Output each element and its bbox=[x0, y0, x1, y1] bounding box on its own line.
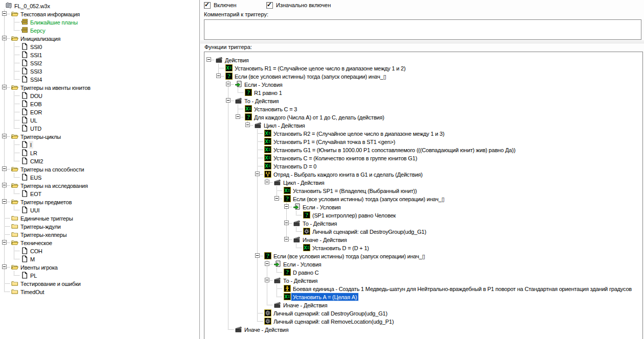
initially-on-checkbox[interactable]: ✓ bbox=[266, 2, 273, 9]
collapse-expander[interactable] bbox=[2, 240, 7, 245]
tree-branch-row[interactable]: Инициализация bbox=[0, 34, 199, 42]
enabled-checkbox-group[interactable]: ✓ Включен bbox=[204, 2, 237, 9]
collapse-expander[interactable] bbox=[2, 264, 7, 269]
tree-leaf-row[interactable]: EOT bbox=[0, 189, 199, 198]
tree-leaf-row[interactable]: CMI2 bbox=[0, 157, 199, 165]
tree-leaf-row[interactable]: I bbox=[0, 140, 199, 149]
tree-leaf-row[interactable]: Единичные триггеры bbox=[0, 214, 199, 222]
tree-leaf-row[interactable]: Личный сценарий: call RemoveLocation(udg… bbox=[204, 317, 642, 325]
tree-branch-row[interactable]: Действия bbox=[204, 56, 642, 64]
tree-branch-row[interactable]: Триггеры предметов bbox=[0, 198, 199, 206]
tree-leaf-row[interactable]: Установить A = (Целая A) bbox=[204, 293, 642, 301]
tree-leaf-row[interactable]: UUI bbox=[0, 206, 199, 214]
tree-branch-row[interactable]: ?Если (все условия истинны) тогда (запус… bbox=[204, 195, 642, 203]
tree-leaf-row[interactable]: Ближайшие планы bbox=[0, 18, 199, 26]
tree-branch-row[interactable]: Триггеры-циклы bbox=[0, 132, 199, 140]
tree-leaf-row[interactable]: PL bbox=[0, 271, 199, 279]
tree-leaf-row[interactable]: Установить SP1 = (Владелец (Выбранный юн… bbox=[204, 186, 642, 195]
collapse-expander[interactable] bbox=[284, 237, 289, 241]
tree-leaf-row[interactable]: Берсу bbox=[0, 26, 199, 34]
collapse-expander[interactable] bbox=[2, 199, 7, 204]
tree-branch-row[interactable]: Цикл - Действия bbox=[204, 121, 642, 129]
enabled-checkbox[interactable]: ✓ bbox=[204, 2, 211, 9]
collapse-expander[interactable] bbox=[284, 221, 289, 225]
panel-splitter[interactable] bbox=[200, 40, 644, 43]
tree-branch-row[interactable]: Если - Условия bbox=[204, 260, 642, 268]
tree-leaf-row[interactable]: ?R1 равно 1 bbox=[204, 88, 642, 96]
collapse-expander[interactable] bbox=[2, 166, 7, 171]
collapse-expander[interactable] bbox=[255, 253, 260, 258]
tree-branch-row[interactable]: Триггеры на исследования bbox=[0, 181, 199, 189]
tree-branch-row[interactable]: Триггеры на способности bbox=[0, 165, 199, 173]
tree-leaf-row[interactable]: Личный сценарий: call DestroyGroup(udg_G… bbox=[204, 227, 642, 235]
collapse-expander[interactable] bbox=[274, 196, 279, 201]
collapse-expander[interactable] bbox=[216, 74, 221, 78]
tree-leaf-row[interactable]: Боевая единица - Создать 1 Медведь-шатун… bbox=[204, 284, 642, 293]
collapse-expander[interactable] bbox=[2, 183, 7, 187]
tree-branch-row[interactable]: Отряд - Выбрать каждого юнита в G1 и сде… bbox=[204, 170, 642, 178]
collapse-expander[interactable] bbox=[265, 261, 269, 266]
collapse-expander[interactable] bbox=[206, 57, 211, 62]
collapse-expander[interactable] bbox=[255, 172, 260, 176]
tree-leaf-row[interactable]: UL bbox=[0, 116, 199, 124]
tree-branch-row[interactable]: Триггеры на ивенты юнитов bbox=[0, 83, 199, 91]
tree-branch-row[interactable]: Иначе - Действия bbox=[204, 235, 642, 244]
tree-leaf-row[interactable]: Установить R1 = (Случайное целое число в… bbox=[204, 64, 642, 72]
tree-leaf-row[interactable]: EOB bbox=[0, 100, 199, 108]
collapse-expander[interactable] bbox=[284, 204, 289, 209]
tree-branch-row[interactable]: То - Действия bbox=[204, 219, 642, 227]
tree-branch-row[interactable]: FL_0_052.w3x bbox=[0, 2, 199, 10]
tree-leaf-row[interactable]: DOU bbox=[0, 91, 199, 100]
collapse-expander[interactable] bbox=[245, 123, 250, 127]
tree-leaf-row[interactable]: Триггеры-хелперы bbox=[0, 230, 199, 238]
collapse-expander[interactable] bbox=[236, 114, 240, 119]
tree-leaf-row[interactable]: SSI1 bbox=[0, 51, 199, 59]
tree-leaf-row[interactable]: LR bbox=[0, 149, 199, 157]
tree-branch-row[interactable]: Если - Условия bbox=[204, 80, 642, 88]
tree-leaf-row[interactable]: ?D равно C bbox=[204, 268, 642, 276]
tree-leaf-row[interactable]: Тестирование и ошибки bbox=[0, 279, 199, 287]
collapse-expander[interactable] bbox=[226, 98, 231, 103]
tree-leaf-row[interactable]: Триггеры-ждули bbox=[0, 222, 199, 230]
tree-leaf-row[interactable]: M bbox=[0, 255, 199, 263]
collapse-expander[interactable] bbox=[2, 11, 7, 16]
collapse-expander[interactable] bbox=[2, 134, 7, 138]
tree-branch-row[interactable]: Техническое bbox=[0, 238, 199, 247]
collapse-expander[interactable] bbox=[2, 36, 7, 40]
collapse-expander[interactable] bbox=[265, 180, 269, 184]
tree-branch-row[interactable]: Текстовая информация bbox=[0, 10, 199, 18]
collapse-expander[interactable] bbox=[2, 85, 7, 89]
tree-branch-row[interactable]: ?Если (все условия истинны) тогда (запус… bbox=[204, 72, 642, 80]
tree-leaf-row[interactable]: COH bbox=[0, 247, 199, 255]
tree-leaf-row[interactable]: Установить R2 = (Случайное целое число в… bbox=[204, 129, 642, 137]
tree-leaf-row[interactable]: Иначе - Действия bbox=[204, 325, 642, 333]
tree-leaf-row[interactable]: UTD bbox=[0, 124, 199, 132]
initially-on-checkbox-group[interactable]: ✓ Изначально включен bbox=[266, 2, 331, 9]
tree-branch-row[interactable]: Ивенты игрока bbox=[0, 263, 199, 271]
trigger-comment-input[interactable] bbox=[204, 19, 641, 40]
tree-leaf-row[interactable]: SSI3 bbox=[0, 67, 199, 75]
tree-leaf-row[interactable]: Установить D = (D + 1) bbox=[204, 244, 642, 252]
collapse-expander[interactable] bbox=[265, 278, 269, 282]
tree-leaf-row[interactable]: EOR bbox=[0, 108, 199, 116]
tree-leaf-row[interactable]: Иначе - Действия bbox=[204, 301, 642, 309]
tree-leaf-row[interactable]: Установить C = 3 bbox=[204, 105, 642, 113]
tree-leaf-row[interactable]: SSI4 bbox=[0, 75, 199, 83]
tree-leaf-row[interactable]: SSI0 bbox=[0, 42, 199, 51]
tree-leaf-row[interactable]: Личный сценарий: call DestroyGroup(udg_G… bbox=[204, 309, 642, 317]
tree-leaf-row[interactable]: SSI2 bbox=[0, 59, 199, 67]
tree-leaf-row[interactable]: ?(SP1 контроллер) равно Человек bbox=[204, 211, 642, 219]
tree-branch-row[interactable]: То - Действия bbox=[204, 96, 642, 105]
tree-leaf-row[interactable]: EUS bbox=[0, 173, 199, 181]
tree-branch-row[interactable]: ?Для каждого (Числа A) от 1 до C, делать… bbox=[204, 113, 642, 121]
collapse-expander[interactable] bbox=[226, 82, 231, 86]
tree-branch-row[interactable]: Цикл - Действия bbox=[204, 178, 642, 186]
tree-leaf-row[interactable]: TimedOut bbox=[0, 287, 199, 296]
tree-leaf-row[interactable]: Установить C = (Количество юнитов в груп… bbox=[204, 154, 642, 162]
tree-branch-row[interactable]: Если - Условия bbox=[204, 203, 642, 211]
tree-leaf-row[interactable]: Установить D = 0 bbox=[204, 162, 642, 170]
tree-leaf-row[interactable]: Установить P1 = (Случайная точка в ST1 <… bbox=[204, 137, 642, 146]
tree-branch-row[interactable]: ?Если (все условия истинны) тогда (запус… bbox=[204, 252, 642, 260]
tree-leaf-row[interactable]: Установить G1 = (Юниты в 1000.00 P1 сопо… bbox=[204, 146, 642, 154]
tree-branch-row[interactable]: То - Действия bbox=[204, 276, 642, 284]
